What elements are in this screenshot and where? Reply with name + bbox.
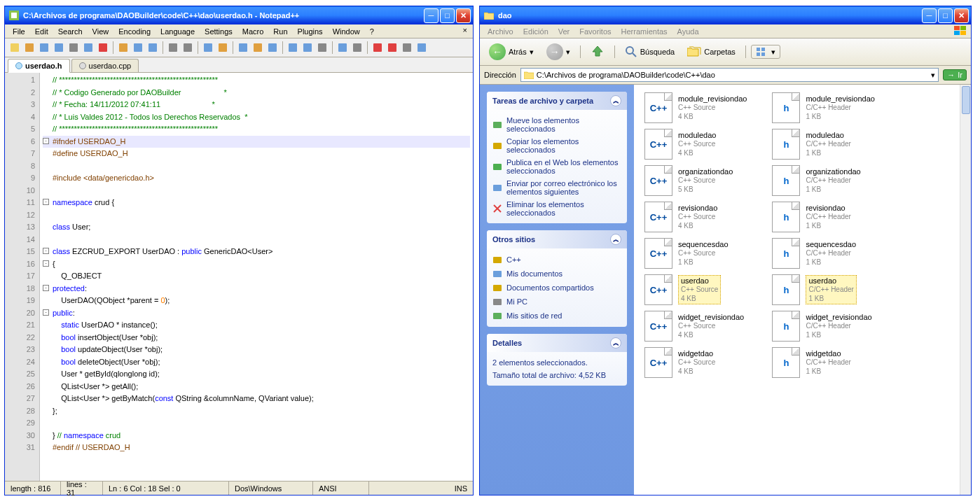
menu-herramientas[interactable]: Herramientas bbox=[616, 26, 672, 37]
code-line-14[interactable] bbox=[43, 234, 470, 246]
menu-search[interactable]: Search bbox=[53, 26, 88, 37]
toolbar-button-1[interactable] bbox=[22, 41, 36, 55]
menu-archivo[interactable]: Archivo bbox=[483, 26, 518, 37]
toolbar-button-30[interactable] bbox=[385, 41, 399, 55]
maximize-button[interactable]: □ bbox=[440, 8, 455, 23]
code-line-11[interactable]: -namespace crud { bbox=[43, 197, 470, 209]
code-line-21[interactable]: static UserDAO * instance(); bbox=[43, 319, 470, 332]
toolbar-button-32[interactable] bbox=[415, 41, 429, 55]
npp-titlebar[interactable]: C:\Archivos de programa\DAOBuilder\code\… bbox=[5, 6, 473, 24]
file-widgetdao-h[interactable]: hwidgetdaoC/C++ Header1 KB bbox=[770, 345, 876, 380]
file-sequencesdao-cpp[interactable]: C++sequencesdaoC++ Source1 KB bbox=[642, 236, 749, 271]
task-link-mail[interactable]: Enviar por correo electrónico los elemen… bbox=[492, 177, 621, 198]
toolbar-button-5[interactable] bbox=[81, 41, 95, 55]
toolbar-button-29[interactable] bbox=[371, 41, 385, 55]
menu-view[interactable]: View bbox=[88, 26, 114, 37]
toolbar-button-18[interactable] bbox=[236, 41, 250, 55]
toolbar-button-31[interactable] bbox=[400, 41, 414, 55]
code-line-7[interactable]: #define USERDAO_H bbox=[43, 148, 470, 160]
menu-edit[interactable]: Edit bbox=[30, 26, 53, 37]
file-widget_revisiondao-cpp[interactable]: C++widget_revisiondaoC++ Source4 KB bbox=[642, 309, 749, 344]
code-line-10[interactable] bbox=[43, 185, 470, 197]
maximize-button[interactable]: □ bbox=[938, 8, 953, 23]
up-button[interactable] bbox=[586, 43, 609, 61]
code-line-12[interactable] bbox=[43, 209, 470, 222]
scrollbar[interactable] bbox=[960, 85, 971, 495]
toolbar-button-2[interactable] bbox=[37, 41, 51, 55]
code-line-30[interactable]: } // namespace crud bbox=[43, 430, 470, 442]
file-userdao-cpp[interactable]: C++userdaoC++ Source4 KB bbox=[642, 272, 749, 307]
close-button[interactable]: ✕ bbox=[456, 8, 471, 23]
code-line-22[interactable]: bool insertObject(User *obj); bbox=[43, 332, 470, 344]
file-revisiondao-h[interactable]: hrevisiondaoC/C++ Header1 KB bbox=[770, 199, 876, 234]
details-panel-header[interactable]: Detalles ︽ bbox=[487, 334, 627, 352]
code-line-18[interactable]: -protected: bbox=[43, 283, 470, 295]
fold-icon[interactable]: - bbox=[43, 309, 49, 316]
file-revisiondao-cpp[interactable]: C++revisiondaoC++ Source4 KB bbox=[642, 199, 749, 234]
code-line-8[interactable] bbox=[43, 160, 470, 173]
menu-favoritos[interactable]: Favoritos bbox=[574, 26, 616, 37]
fold-icon[interactable]: - bbox=[43, 138, 49, 144]
toolbar-button-15[interactable] bbox=[201, 41, 215, 55]
file-sequencesdao-h[interactable]: hsequencesdaoC/C++ Header1 KB bbox=[770, 236, 876, 271]
exp-titlebar[interactable]: dao ─ □ ✕ bbox=[480, 6, 971, 24]
folders-button[interactable]: Carpetas bbox=[682, 44, 740, 59]
forward-button[interactable]: → ▾ bbox=[541, 41, 575, 62]
scrollbar-thumb[interactable] bbox=[962, 86, 970, 114]
file-moduledao-cpp[interactable]: C++moduledaoC++ Source4 KB bbox=[642, 127, 749, 162]
toolbar-button-4[interactable] bbox=[67, 41, 81, 55]
place-link-docs[interactable]: Mis documentos bbox=[492, 267, 621, 281]
back-button[interactable]: ← Atrás ▾ bbox=[484, 41, 539, 62]
go-button[interactable]: → Ir bbox=[943, 69, 967, 80]
toolbar-button-27[interactable] bbox=[350, 41, 364, 55]
code-line-3[interactable]: // * Fecha: 14/11/2012 07:41:11 * bbox=[43, 99, 470, 111]
menu-run[interactable]: Run bbox=[268, 26, 292, 37]
code-line-4[interactable]: // * Luis Valdes 2012 - Todos los Derech… bbox=[43, 111, 470, 124]
menu-window[interactable]: Window bbox=[328, 26, 365, 37]
file-widget_revisiondao-h[interactable]: hwidget_revisiondaoC/C++ Header1 KB bbox=[770, 309, 876, 344]
code-line-2[interactable]: // * Codigo Generado por DAOBuilder * bbox=[43, 87, 470, 99]
menu-encoding[interactable]: Encoding bbox=[113, 26, 156, 37]
code-line-15[interactable]: -class EZCRUD_EXPORT UserDAO : public Ge… bbox=[43, 246, 470, 258]
fold-icon[interactable]: - bbox=[43, 248, 49, 254]
code-line-13[interactable]: class User; bbox=[43, 221, 470, 234]
place-link-shared[interactable]: Documentos compartidos bbox=[492, 281, 621, 295]
code-line-17[interactable]: Q_OBJECT bbox=[43, 270, 470, 283]
dropdown-icon[interactable]: ▾ bbox=[931, 71, 935, 80]
task-link-move[interactable]: Mueve los elementos seleccionados bbox=[492, 114, 621, 135]
file-organizationdao-cpp[interactable]: C++organizationdaoC++ Source5 KB bbox=[642, 163, 749, 198]
fold-icon[interactable]: - bbox=[43, 285, 49, 291]
toolbar-button-8[interactable] bbox=[116, 41, 130, 55]
collapse-icon[interactable]: ︽ bbox=[610, 95, 621, 106]
menu-edición[interactable]: Edición bbox=[518, 26, 553, 37]
address-field[interactable]: C:\Archivos de programa\DAOBuilder\code\… bbox=[520, 68, 939, 82]
code-line-19[interactable]: UserDAO(QObject *parent = 0); bbox=[43, 295, 470, 307]
toolbar-button-6[interactable] bbox=[96, 41, 110, 55]
file-organizationdao-h[interactable]: horganizationdaoC/C++ Header1 KB bbox=[770, 163, 876, 198]
collapse-icon[interactable]: ︽ bbox=[610, 337, 621, 349]
fold-icon[interactable]: - bbox=[43, 199, 49, 205]
tasks-panel-header[interactable]: Tareas de archivo y carpeta ︽ bbox=[487, 92, 627, 110]
code-line-6[interactable]: -#ifndef USERDAO_H bbox=[43, 136, 470, 148]
task-link-delete[interactable]: Eliminar los elementos seleccionados bbox=[492, 198, 621, 219]
file-list[interactable]: C++module_revisiondaoC++ Source4 KBC++mo… bbox=[634, 85, 971, 495]
doc-close-icon[interactable]: × bbox=[460, 26, 470, 34]
toolbar-button-12[interactable] bbox=[166, 41, 180, 55]
views-button[interactable]: ▾ bbox=[751, 45, 780, 59]
toolbar-button-24[interactable] bbox=[315, 41, 329, 55]
code-line-27[interactable]: QList<User *> getByMatch(const QString &… bbox=[43, 393, 470, 405]
file-userdao-h[interactable]: huserdaoC/C++ Header1 KB bbox=[770, 272, 876, 307]
toolbar-button-9[interactable] bbox=[131, 41, 145, 55]
file-moduledao-h[interactable]: hmoduledaoC/C++ Header1 KB bbox=[770, 127, 876, 162]
toolbar-button-13[interactable] bbox=[181, 41, 195, 55]
code-line-20[interactable]: -public: bbox=[43, 307, 470, 320]
toolbar-button-19[interactable] bbox=[251, 41, 265, 55]
toolbar-button-22[interactable] bbox=[286, 41, 300, 55]
code-line-25[interactable]: User * getById(qlonglong id); bbox=[43, 368, 470, 381]
code-area[interactable]: // *************************************… bbox=[40, 73, 473, 481]
code-line-24[interactable]: bool deleteObject(User *obj); bbox=[43, 356, 470, 369]
code-line-29[interactable] bbox=[43, 417, 470, 430]
code-line-31[interactable]: #endif // USERDAO_H bbox=[43, 442, 470, 454]
toolbar-button-20[interactable] bbox=[265, 41, 279, 55]
place-link-folder[interactable]: C++ bbox=[492, 253, 621, 267]
